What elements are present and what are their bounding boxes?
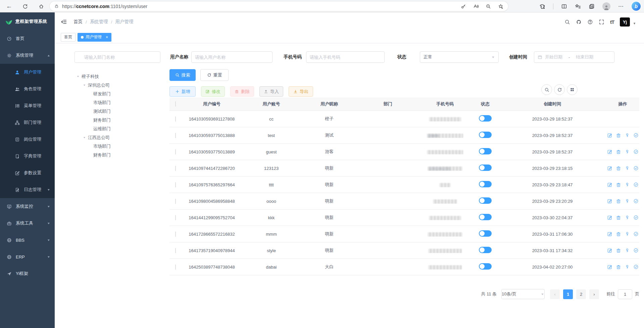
sidebar-item-bbs[interactable]: BBS ▼ xyxy=(0,232,55,248)
tree-node[interactable]: 市场部门 xyxy=(75,142,160,151)
font-size-icon[interactable]: tT xyxy=(610,19,614,25)
table-search-toggle-button[interactable] xyxy=(541,84,552,95)
goto-page-input[interactable] xyxy=(618,289,632,299)
reset-password-key-icon[interactable] xyxy=(625,182,630,187)
copilot-bing-icon[interactable]: b xyxy=(632,2,641,11)
delete-icon[interactable] xyxy=(616,149,621,154)
fullscreen-icon[interactable] xyxy=(599,19,604,25)
row-checkbox[interactable] xyxy=(175,199,176,204)
edit-button[interactable]: 修改 xyxy=(201,86,225,97)
select-all-checkbox[interactable] xyxy=(175,101,176,106)
tree-expand-arrow-icon[interactable]: ▼ xyxy=(83,136,86,139)
browser-profile-avatar[interactable] xyxy=(602,2,610,10)
edit-icon[interactable] xyxy=(607,264,612,270)
reset-password-key-icon[interactable] xyxy=(625,198,630,204)
status-toggle[interactable] xyxy=(479,214,492,220)
assign-role-check-icon[interactable] xyxy=(633,248,639,253)
breadcrumb-home[interactable]: 首页 xyxy=(73,19,83,25)
status-toggle[interactable] xyxy=(479,132,492,138)
delete-button[interactable]: 删除 xyxy=(230,86,254,97)
assign-role-check-icon[interactable] xyxy=(633,231,639,237)
tree-node[interactable]: 财务部门 xyxy=(75,151,160,159)
split-screen-icon[interactable] xyxy=(561,3,567,9)
delete-icon[interactable] xyxy=(616,231,621,237)
edit-icon[interactable] xyxy=(607,133,612,138)
sidebar-item-erp[interactable]: ERP ▼ xyxy=(0,248,55,265)
table-refresh-button[interactable] xyxy=(554,84,565,95)
status-toggle[interactable] xyxy=(479,197,492,204)
read-aloud-icon[interactable] xyxy=(473,4,479,9)
row-checkbox[interactable] xyxy=(175,265,176,270)
zoom-out-icon[interactable] xyxy=(486,4,491,9)
reset-password-key-icon[interactable] xyxy=(625,149,630,154)
tree-expand-arrow-icon[interactable]: ▼ xyxy=(83,84,86,87)
github-icon[interactable] xyxy=(576,19,582,25)
column-settings-button[interactable] xyxy=(567,84,578,95)
phone-input[interactable] xyxy=(306,51,385,63)
row-checkbox[interactable] xyxy=(175,149,176,154)
sidebar-item-system-tools[interactable]: 系统工具 ▼ xyxy=(0,215,55,232)
tag-user-mgmt[interactable]: 用户管理 × xyxy=(78,33,111,42)
delete-icon[interactable] xyxy=(616,215,621,220)
delete-icon[interactable] xyxy=(616,198,621,204)
edit-icon[interactable] xyxy=(607,166,612,171)
add-favorite-icon[interactable] xyxy=(498,4,503,9)
sidebar-item-dept-mgmt[interactable]: 部门管理 xyxy=(0,114,55,131)
reset-password-key-icon[interactable] xyxy=(625,133,630,138)
browser-menu-dots-icon[interactable]: ⋯ xyxy=(618,3,624,9)
sidebar-item-system-mgmt[interactable]: 系统管理 ▲ xyxy=(0,47,55,64)
dept-search-input[interactable] xyxy=(75,51,160,63)
tree-node[interactable]: ▼深圳总公司 xyxy=(75,81,160,90)
sidebar-item-param-settings[interactable]: 参数设置 xyxy=(0,165,55,181)
reset-password-key-icon[interactable] xyxy=(625,264,630,270)
edit-icon[interactable] xyxy=(607,182,612,187)
reset-password-key-icon[interactable] xyxy=(625,166,630,171)
status-toggle[interactable] xyxy=(479,165,492,171)
status-toggle[interactable] xyxy=(479,247,492,253)
search-button[interactable]: 搜索 xyxy=(169,69,196,81)
status-toggle[interactable] xyxy=(479,181,492,187)
edit-icon[interactable] xyxy=(607,248,612,253)
tree-node[interactable]: ▼橙子科技 xyxy=(75,72,160,81)
reset-button[interactable]: 重置 xyxy=(200,69,229,81)
header-search-icon[interactable] xyxy=(564,19,570,25)
row-checkbox[interactable] xyxy=(175,182,176,187)
extensions-puzzle-icon[interactable] xyxy=(539,3,545,9)
sidebar-item-user-mgmt[interactable]: 用户管理 xyxy=(0,64,55,81)
edit-icon[interactable] xyxy=(607,149,612,154)
page-2-button[interactable]: 2 xyxy=(576,289,586,299)
row-checkbox[interactable] xyxy=(175,215,176,220)
edit-icon[interactable] xyxy=(607,215,612,220)
sidebar-item-post-mgmt[interactable]: 岗位管理 xyxy=(0,131,55,148)
assign-role-check-icon[interactable] xyxy=(633,182,639,187)
next-page-button[interactable]: › xyxy=(589,289,599,299)
favorites-hub-icon[interactable] xyxy=(575,3,581,9)
row-checkbox[interactable] xyxy=(175,232,176,237)
status-select[interactable]: 正常 ▼ xyxy=(420,51,499,63)
assign-role-check-icon[interactable] xyxy=(633,133,639,138)
sidebar-item-yi-framework[interactable]: Yi框架 xyxy=(0,265,55,282)
delete-icon[interactable] xyxy=(616,166,621,171)
row-checkbox[interactable] xyxy=(175,248,176,253)
user-avatar[interactable]: Yj xyxy=(620,17,630,27)
add-button[interactable]: 新增 xyxy=(169,86,196,97)
import-button[interactable]: 导入 xyxy=(259,86,283,97)
delete-icon[interactable] xyxy=(616,264,621,270)
browser-home-icon[interactable] xyxy=(36,1,46,11)
address-bar[interactable]: https://ccnetcore.com:1101/system/user xyxy=(50,1,508,11)
delete-icon[interactable] xyxy=(616,248,621,253)
help-icon[interactable] xyxy=(587,19,593,25)
prev-page-button[interactable]: ‹ xyxy=(550,289,560,299)
browser-back-button[interactable]: ← xyxy=(4,1,14,11)
breadcrumb-system[interactable]: 系统管理 xyxy=(90,19,108,25)
assign-role-check-icon[interactable] xyxy=(633,198,639,204)
tree-node[interactable]: 测试部门 xyxy=(75,107,160,116)
tag-home[interactable]: 首页 xyxy=(61,33,76,42)
sidebar-item-menu-mgmt[interactable]: 菜单管理 xyxy=(0,97,55,114)
reset-password-key-icon[interactable] xyxy=(625,248,630,253)
delete-icon[interactable] xyxy=(616,182,621,187)
export-button[interactable]: 导出 xyxy=(289,86,313,97)
status-toggle[interactable] xyxy=(479,115,492,122)
assign-role-check-icon[interactable] xyxy=(633,215,639,220)
sidebar-item-system-monitor[interactable]: 系统监控 ▼ xyxy=(0,198,55,215)
